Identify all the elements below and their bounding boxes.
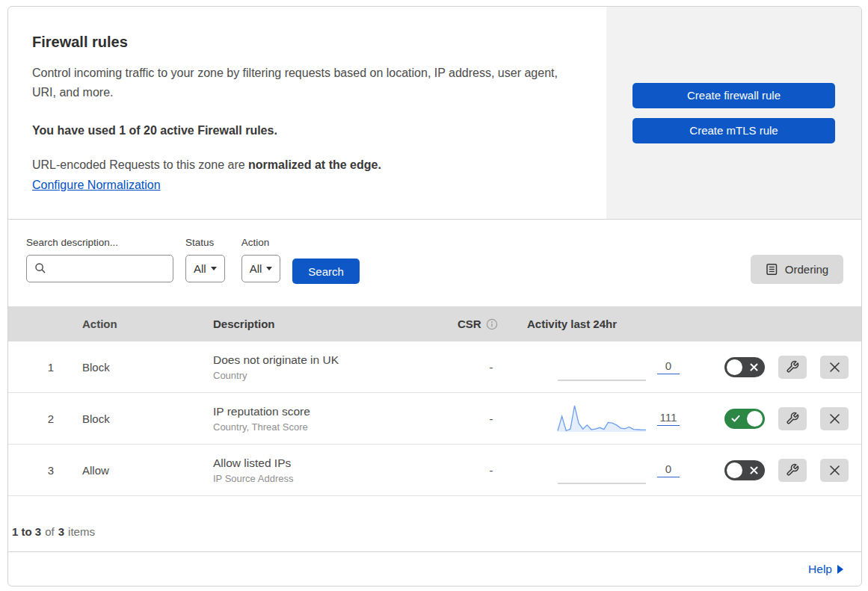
edit-rule-button[interactable] (778, 459, 807, 482)
close-icon (829, 413, 840, 424)
total-count: 3 (58, 525, 64, 538)
search-label: Search description... (26, 237, 173, 248)
range-text: 1 to 3 (12, 525, 41, 538)
search-button[interactable]: Search (292, 259, 360, 284)
csr-header-label: CSR (458, 318, 481, 330)
normalization-bold: normalized at the edge. (248, 158, 381, 171)
table-row: 1 Block Does not originate in UK Country… (8, 341, 861, 393)
rule-description: IP reputation score (213, 405, 458, 418)
rule-criteria: Country (213, 370, 458, 381)
search-group: Search description... (26, 237, 173, 282)
pagination-summary: 1 to 3 of 3 items (8, 496, 861, 549)
action-selected-value: All (250, 262, 262, 275)
rule-description: Allow listed IPs (213, 457, 458, 470)
rule-enabled-toggle[interactable] (724, 357, 765, 377)
column-action: Action (82, 318, 213, 330)
status-label: Status (185, 237, 225, 248)
activity-count-link[interactable]: 0 (657, 462, 680, 477)
search-input[interactable] (26, 255, 173, 282)
ordering-button-label: Ordering (785, 263, 828, 276)
rule-csr-value: - (458, 464, 525, 477)
table-row: 2 Block IP reputation score Country, Thr… (8, 393, 861, 445)
help-label: Help (808, 563, 832, 576)
rule-priority: 2 (8, 412, 82, 425)
rule-enabled-toggle[interactable] (724, 460, 765, 480)
rule-action: Block (82, 412, 213, 425)
usage-summary: You have used 1 of 20 active Firewall ru… (32, 124, 576, 137)
page-title: Firewall rules (32, 34, 576, 51)
table-row: 3 Allow Allow listed IPs IP Source Addre… (8, 445, 861, 496)
normalization-prefix: URL-encoded Requests to this zone are (32, 158, 248, 171)
action-select[interactable]: All (241, 255, 281, 282)
create-firewall-rule-button[interactable]: Create firewall rule (632, 83, 835, 108)
filter-bar: Search description... Status All Action … (8, 220, 861, 306)
status-select[interactable]: All (185, 255, 225, 282)
column-csr: CSR (458, 318, 525, 330)
header-section: Firewall rules Control incoming traffic … (8, 7, 861, 220)
action-label: Action (241, 237, 281, 248)
rule-csr-value: - (458, 361, 525, 374)
activity-sparkline (557, 454, 647, 486)
actions-panel: Create firewall rule Create mTLS rule (606, 7, 861, 219)
normalization-note: URL-encoded Requests to this zone are no… (32, 158, 576, 172)
delete-rule-button[interactable] (820, 356, 849, 379)
items-text: items (68, 525, 95, 538)
help-bar: Help (8, 551, 861, 586)
rule-criteria: Country, Threat Score (213, 421, 458, 433)
rule-enabled-toggle[interactable] (724, 409, 765, 429)
close-icon (829, 362, 840, 373)
delete-rule-button[interactable] (820, 459, 849, 482)
rule-action: Allow (82, 464, 213, 477)
activity-count-link[interactable]: 0 (657, 359, 680, 374)
rule-priority: 3 (8, 464, 82, 477)
toggle-on-check-icon (731, 415, 740, 423)
wrench-icon (786, 463, 799, 477)
wrench-icon (786, 412, 799, 425)
chevron-down-icon (266, 267, 272, 270)
create-mtls-rule-button[interactable]: Create mTLS rule (632, 118, 835, 143)
column-description: Description (213, 318, 458, 330)
column-activity: Activity last 24hr (525, 318, 704, 330)
activity-sparkline (557, 402, 647, 435)
toggle-knob (727, 359, 742, 375)
rule-action: Block (82, 361, 213, 374)
wrench-icon (786, 360, 799, 374)
toggle-off-x-icon (750, 363, 758, 371)
activity-count-link[interactable]: 111 (657, 411, 680, 426)
toggle-knob (727, 462, 742, 478)
configure-normalization-link[interactable]: Configure Normalization (32, 179, 161, 192)
chevron-down-icon (211, 267, 217, 270)
rule-csr-value: - (458, 412, 525, 425)
of-text: of (45, 525, 55, 538)
edit-rule-button[interactable] (778, 407, 807, 430)
firewall-rules-card: Firewall rules Control incoming traffic … (7, 6, 862, 587)
rule-priority: 1 (8, 361, 82, 374)
info-icon[interactable] (486, 318, 498, 330)
table-header-row: Action Description CSR Activity last 24h… (8, 306, 861, 341)
rule-criteria: IP Source Address (213, 473, 458, 484)
activity-sparkline (557, 350, 647, 383)
action-filter-group: Action All (241, 237, 281, 282)
rules-table: Action Description CSR Activity last 24h… (8, 306, 861, 496)
search-input-wrapper (26, 255, 173, 282)
toggle-off-x-icon (750, 466, 758, 474)
toggle-knob (747, 411, 763, 427)
close-icon (829, 465, 840, 476)
edit-rule-button[interactable] (778, 356, 807, 379)
chevron-right-icon (837, 565, 843, 574)
ordering-button[interactable]: Ordering (751, 255, 843, 284)
search-icon (34, 262, 46, 274)
status-filter-group: Status All (185, 237, 225, 282)
ordering-list-icon (766, 263, 778, 276)
header-text-block: Firewall rules Control incoming traffic … (8, 7, 606, 219)
status-selected-value: All (194, 262, 206, 275)
page-description: Control incoming traffic to your zone by… (32, 64, 563, 102)
rule-description: Does not originate in UK (213, 353, 458, 367)
delete-rule-button[interactable] (820, 407, 849, 430)
help-link[interactable]: Help (808, 563, 843, 576)
